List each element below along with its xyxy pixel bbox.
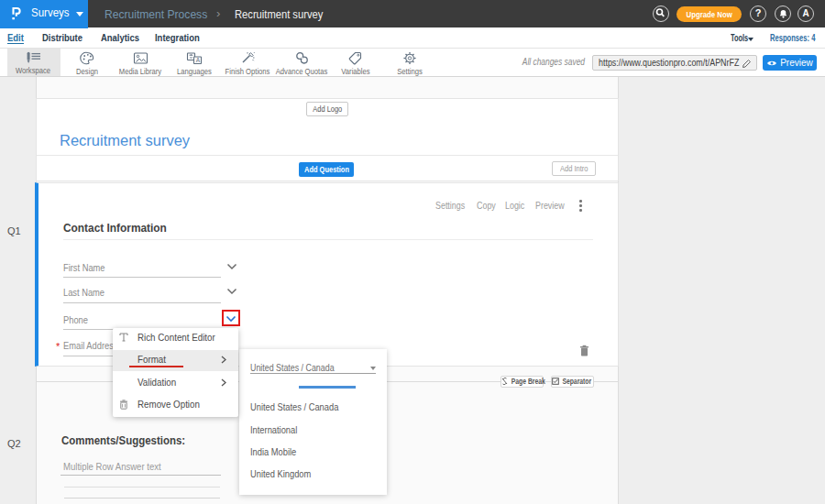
svg-text:A: A [196, 57, 201, 63]
